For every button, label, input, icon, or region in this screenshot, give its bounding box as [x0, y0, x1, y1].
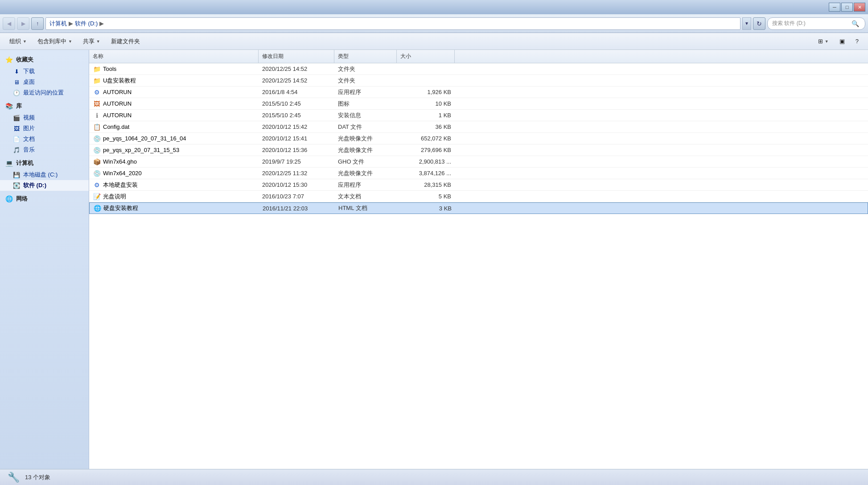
- computer-icon: 💻: [4, 159, 13, 168]
- file-type-icon: ⚙: [93, 181, 101, 189]
- file-size-cell: 3,874,126 ...: [397, 170, 455, 177]
- library-icon: 📚: [4, 102, 13, 111]
- maximize-button[interactable]: □: [841, 3, 853, 12]
- file-type-cell: 安装信息: [334, 111, 397, 119]
- file-type-cell: 文件夹: [334, 77, 397, 85]
- sidebar-library-header[interactable]: 📚 库: [0, 100, 89, 112]
- path-drive[interactable]: 软件 (D:): [75, 20, 98, 28]
- sidebar-section-computer: 💻 计算机 💾 本地磁盘 (C:) 💽 软件 (D:): [0, 157, 89, 191]
- sidebar-item-c-drive[interactable]: 💾 本地磁盘 (C:): [0, 169, 89, 180]
- table-row[interactable]: 📁 Tools 2020/12/25 14:52 文件夹: [89, 63, 868, 75]
- refresh-button[interactable]: ↻: [753, 17, 765, 30]
- sidebar-item-d-drive[interactable]: 💽 软件 (D:): [0, 180, 89, 191]
- sidebar-network-header[interactable]: 🌐 网络: [0, 193, 89, 205]
- file-date-cell: 2020/12/25 14:52: [259, 66, 334, 72]
- col-header-size[interactable]: 大小: [397, 50, 455, 63]
- star-icon: ⭐: [4, 55, 13, 64]
- up-button[interactable]: ↑: [31, 17, 44, 30]
- sidebar-item-pictures[interactable]: 🖼 图片: [0, 123, 89, 134]
- table-row[interactable]: 📦 Win7x64.gho 2019/9/7 19:25 GHO 文件 2,90…: [89, 156, 868, 168]
- title-bar: ─ □ ✕: [0, 0, 868, 14]
- table-row[interactable]: 📁 U盘安装教程 2020/12/25 14:52 文件夹: [89, 75, 868, 86]
- d-drive-icon: 💽: [12, 181, 21, 189]
- file-type-icon: 📁: [93, 77, 101, 85]
- file-type-cell: 文本文档: [334, 193, 397, 201]
- table-row[interactable]: 🌐 硬盘安装教程 2016/11/21 22:03 HTML 文档 3 KB: [89, 202, 868, 214]
- table-row[interactable]: 🖼 AUTORUN 2015/5/10 2:45 图标 10 KB: [89, 98, 868, 110]
- file-size-cell: 10 KB: [397, 100, 455, 107]
- file-type-icon: 📁: [93, 65, 101, 73]
- organize-button[interactable]: 组织 ▼: [4, 35, 32, 48]
- pictures-icon: 🖼: [12, 124, 21, 132]
- file-date-cell: 2015/5/10 2:45: [259, 112, 334, 119]
- file-size-cell: 2,900,813 ...: [397, 158, 455, 165]
- documents-icon: 📄: [12, 135, 21, 143]
- table-row[interactable]: ⚙ 本地硬盘安装 2020/10/12 15:30 应用程序 28,315 KB: [89, 179, 868, 191]
- file-date-cell: 2016/10/23 7:07: [259, 193, 334, 200]
- sidebar-item-download[interactable]: ⬇ 下载: [0, 66, 89, 77]
- close-button[interactable]: ✕: [854, 3, 865, 12]
- table-row[interactable]: ℹ AUTORUN 2015/5/10 2:45 安装信息 1 KB: [89, 110, 868, 121]
- file-name-cell: 📁 Tools: [89, 65, 259, 73]
- file-type-cell: HTML 文档: [335, 204, 397, 212]
- path-computer[interactable]: 计算机: [49, 20, 67, 28]
- file-name-cell: 📦 Win7x64.gho: [89, 158, 259, 166]
- address-dropdown[interactable]: ▼: [742, 17, 751, 30]
- file-type-icon: 📝: [93, 193, 101, 201]
- help-button[interactable]: ?: [851, 35, 864, 48]
- file-type-cell: 文件夹: [334, 65, 397, 73]
- back-button[interactable]: ◀: [3, 17, 15, 30]
- network-icon: 🌐: [4, 194, 13, 203]
- file-type-cell: DAT 文件: [334, 123, 397, 131]
- sidebar: ⭐ 收藏夹 ⬇ 下载 🖥 桌面 🕐 最近访问的位置 📚 库 �: [0, 50, 89, 469]
- search-placeholder: 搜索 软件 (D:): [772, 20, 847, 27]
- table-row[interactable]: 💿 pe_yqs_xp_20_07_31_15_53 2020/10/12 15…: [89, 144, 868, 156]
- desktop-icon: 🖥: [12, 78, 21, 86]
- file-name-cell: 📁 U盘安装教程: [89, 77, 259, 85]
- file-type-icon: 🌐: [93, 204, 101, 212]
- include-library-button[interactable]: 包含到库中 ▼: [33, 35, 77, 48]
- c-drive-icon: 💾: [12, 171, 21, 179]
- sidebar-item-desktop[interactable]: 🖥 桌面: [0, 77, 89, 87]
- preview-button[interactable]: ▣: [835, 35, 850, 48]
- file-size-cell: 3 KB: [397, 205, 455, 212]
- forward-button[interactable]: ▶: [17, 17, 29, 30]
- sidebar-item-video[interactable]: 🎬 视频: [0, 112, 89, 123]
- file-size-cell: 28,315 KB: [397, 181, 455, 188]
- file-date-cell: 2019/9/7 19:25: [259, 158, 334, 165]
- sidebar-computer-header[interactable]: 💻 计算机: [0, 157, 89, 169]
- path-sep-1: ▶: [69, 20, 73, 27]
- file-name-cell: 🌐 硬盘安装教程: [90, 204, 259, 212]
- sidebar-item-music[interactable]: 🎵 音乐: [0, 144, 89, 155]
- file-type-cell: 图标: [334, 100, 397, 108]
- share-button[interactable]: 共享 ▼: [78, 35, 105, 48]
- table-row[interactable]: 💿 Win7x64_2020 2020/12/25 11:32 光盘映像文件 3…: [89, 168, 868, 179]
- file-date-cell: 2020/12/25 11:32: [259, 170, 334, 177]
- search-button[interactable]: 🔍: [850, 18, 860, 29]
- table-row[interactable]: 📋 Config.dat 2020/10/12 15:42 DAT 文件 36 …: [89, 121, 868, 133]
- search-box: 搜索 软件 (D:) 🔍: [767, 17, 865, 30]
- view-button[interactable]: ⊞ ▼: [813, 35, 834, 48]
- file-size-cell: 279,696 KB: [397, 147, 455, 153]
- col-header-name[interactable]: 名称: [89, 50, 259, 63]
- table-row[interactable]: 📝 光盘说明 2016/10/23 7:07 文本文档 5 KB: [89, 191, 868, 202]
- file-type-icon: ℹ: [93, 111, 101, 119]
- minimize-button[interactable]: ─: [829, 3, 840, 12]
- sidebar-item-recent[interactable]: 🕐 最近访问的位置: [0, 87, 89, 98]
- col-header-type[interactable]: 类型: [334, 50, 397, 63]
- file-type-icon: 🖼: [93, 100, 101, 108]
- sidebar-item-documents[interactable]: 📄 文档: [0, 134, 89, 144]
- file-type-cell: 光盘映像文件: [334, 146, 397, 154]
- file-size-cell: 1 KB: [397, 112, 455, 119]
- new-folder-button[interactable]: 新建文件夹: [106, 35, 145, 48]
- file-size-cell: 5 KB: [397, 193, 455, 200]
- sidebar-favorites-header[interactable]: ⭐ 收藏夹: [0, 53, 89, 66]
- file-type-cell: 应用程序: [334, 181, 397, 189]
- file-type-icon: ⚙: [93, 88, 101, 96]
- include-arrow: ▼: [68, 39, 72, 44]
- table-row[interactable]: 💿 pe_yqs_1064_20_07_31_16_04 2020/10/12 …: [89, 133, 868, 144]
- col-header-date[interactable]: 修改日期: [259, 50, 334, 63]
- file-name-cell: 💿 pe_yqs_xp_20_07_31_15_53: [89, 146, 259, 154]
- table-row[interactable]: ⚙ AUTORUN 2016/1/8 4:54 应用程序 1,926 KB: [89, 86, 868, 98]
- file-type-icon: 📋: [93, 123, 101, 131]
